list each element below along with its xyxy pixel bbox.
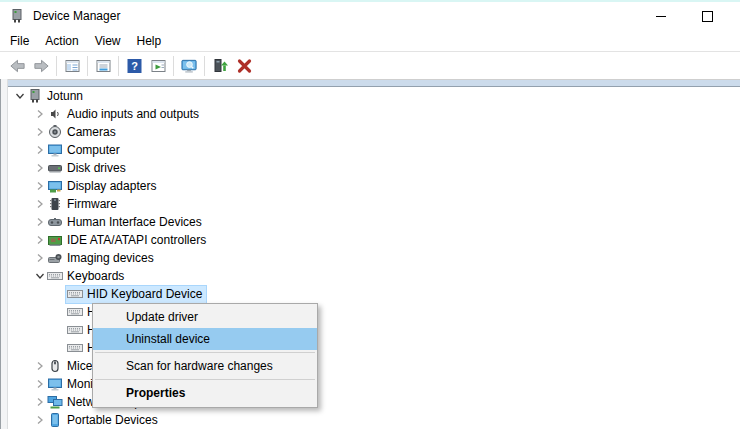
chevron-right-icon[interactable] <box>34 396 46 408</box>
chevron-spacer <box>54 288 66 300</box>
toolbar-properties-button[interactable] <box>91 54 115 78</box>
tree-item-portable-devices[interactable]: Portable Devices <box>8 411 740 429</box>
tree-row-content[interactable]: Human Interface Devices <box>46 214 206 231</box>
minimize-icon <box>656 16 666 17</box>
tree-item-label: Firmware <box>67 197 117 211</box>
window-title: Device Manager <box>33 9 120 23</box>
tree-item-label: Computer <box>67 143 120 157</box>
context-menu-item-update-driver[interactable]: Update driver <box>93 306 317 328</box>
menu-file[interactable]: File <box>2 32 37 50</box>
toolbar-forward-button[interactable] <box>29 54 53 78</box>
minimize-button[interactable] <box>638 2 684 30</box>
svg-text:?: ? <box>131 60 138 72</box>
tree-item-label: Human Interface Devices <box>67 215 202 229</box>
tree-item-hid-keyboard-device[interactable]: HID Keyboard Device <box>8 285 740 303</box>
context-menu-separator <box>95 352 315 353</box>
toolbar-separator <box>56 56 57 76</box>
tree-item-human-interface-devices[interactable]: Human Interface Devices <box>8 213 740 231</box>
tree-row-content[interactable]: Portable Devices <box>46 412 162 429</box>
delete-x-icon <box>236 58 253 74</box>
maximize-button[interactable] <box>684 2 730 30</box>
properties-window-icon <box>95 58 112 74</box>
tree-item-computer[interactable]: Computer <box>8 141 740 159</box>
toolbar-update-driver-button[interactable] <box>208 54 232 78</box>
chevron-right-icon[interactable] <box>34 360 46 372</box>
menu-help[interactable]: Help <box>129 32 170 50</box>
tree-row-content[interactable]: Keyboards <box>46 268 128 285</box>
toolbar-separator <box>87 56 88 76</box>
display-adapter-icon <box>47 178 63 194</box>
maximize-icon <box>702 11 713 22</box>
keyboard-icon <box>67 322 83 338</box>
toolbar-back-button[interactable] <box>5 54 29 78</box>
chevron-right-icon[interactable] <box>34 126 46 138</box>
speaker-icon <box>47 106 63 122</box>
tree-row-content[interactable]: Display adapters <box>46 178 160 195</box>
tree-item-keyboards[interactable]: Keyboards <box>8 267 740 285</box>
firmware-chip-icon <box>47 196 63 212</box>
action-pane-icon <box>150 58 167 74</box>
tree-row-content[interactable]: Jotunn <box>26 88 87 105</box>
context-menu-item-properties[interactable]: Properties <box>93 382 317 404</box>
context-menu: Update driverUninstall deviceScan for ha… <box>92 303 318 408</box>
toolbar-separator <box>204 56 205 76</box>
tree-item-imaging-devices[interactable]: Imaging devices <box>8 249 740 267</box>
window-titlebar: Device Manager <box>0 0 740 30</box>
tree-row-content[interactable]: Computer <box>46 142 124 159</box>
tree-item-display-adapters[interactable]: Display adapters <box>8 177 740 195</box>
monitor-icon <box>47 142 63 158</box>
device-manager-icon <box>27 88 43 104</box>
chevron-right-icon[interactable] <box>34 414 46 426</box>
toolbar-show-console-tree-button[interactable] <box>60 54 84 78</box>
pane-left-border <box>0 79 8 429</box>
tree-item-label: Jotunn <box>47 89 83 103</box>
tree-item-jotunn[interactable]: Jotunn <box>8 87 740 105</box>
chevron-right-icon[interactable] <box>34 234 46 246</box>
tree-row-content[interactable]: Imaging devices <box>46 250 158 267</box>
toolbar-scan-for-hardware-changes-button[interactable] <box>177 54 201 78</box>
tree-row-content[interactable]: Cameras <box>46 124 120 141</box>
chevron-right-icon[interactable] <box>34 108 46 120</box>
chevron-right-icon[interactable] <box>34 144 46 156</box>
context-menu-item-scan-for-hardware-changes[interactable]: Scan for hardware changes <box>93 355 317 377</box>
chevron-right-icon[interactable] <box>34 198 46 210</box>
mouse-icon <box>47 358 63 374</box>
ide-controller-icon <box>47 232 63 248</box>
keyboard-icon <box>67 286 83 302</box>
window-controls <box>638 2 730 30</box>
tree-row-content[interactable]: Disk drives <box>46 160 130 177</box>
chevron-down-icon[interactable] <box>14 90 26 102</box>
arrow-left-icon <box>9 58 26 74</box>
tree-item-disk-drives[interactable]: Disk drives <box>8 159 740 177</box>
menu-action[interactable]: Action <box>37 32 86 50</box>
monitor-icon <box>47 376 63 392</box>
tree-item-ide-ata-atapi-controllers[interactable]: IDE ATA/ATAPI controllers <box>8 231 740 249</box>
toolbar-uninstall-device-button[interactable] <box>232 54 256 78</box>
pane-top-strip <box>0 79 740 87</box>
selected-row-highlight[interactable]: HID Keyboard Device <box>66 286 206 303</box>
tree-item-label: Keyboards <box>67 269 124 283</box>
tree-item-firmware[interactable]: Firmware <box>8 195 740 213</box>
gamepad-icon <box>47 214 63 230</box>
toolbar-separator <box>118 56 119 76</box>
update-driver-icon <box>212 58 229 74</box>
tree-row-content[interactable]: Firmware <box>46 196 121 213</box>
tree-row-content[interactable]: IDE ATA/ATAPI controllers <box>46 232 210 249</box>
toolbar-show-action-pane-button[interactable] <box>146 54 170 78</box>
tree-row-content[interactable]: Audio inputs and outputs <box>46 106 203 123</box>
chevron-right-icon[interactable] <box>34 378 46 390</box>
menu-view[interactable]: View <box>87 32 129 50</box>
disk-icon <box>47 160 63 176</box>
toolbar-help-button[interactable]: ? <box>122 54 146 78</box>
chevron-down-icon[interactable] <box>34 270 46 282</box>
keyboard-icon <box>67 340 83 356</box>
context-menu-item-uninstall-device[interactable]: Uninstall device <box>93 328 317 350</box>
chevron-right-icon[interactable] <box>34 162 46 174</box>
tree-item-cameras[interactable]: Cameras <box>8 123 740 141</box>
tree-item-audio-inputs-and-outputs[interactable]: Audio inputs and outputs <box>8 105 740 123</box>
chevron-spacer <box>54 324 66 336</box>
chevron-right-icon[interactable] <box>34 252 46 264</box>
chevron-right-icon[interactable] <box>34 216 46 228</box>
device-manager-icon <box>9 8 25 24</box>
chevron-right-icon[interactable] <box>34 180 46 192</box>
